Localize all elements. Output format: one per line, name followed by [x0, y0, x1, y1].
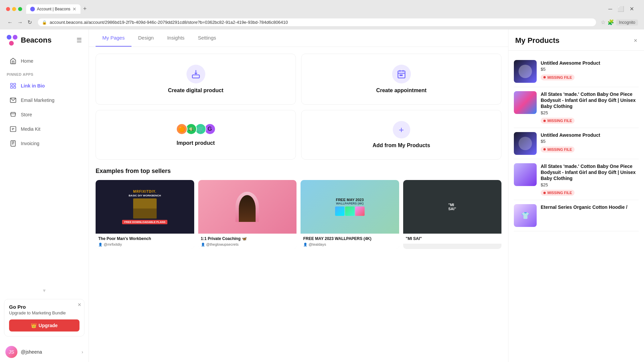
window-close-button[interactable]: [6, 7, 10, 11]
product-name-2: All States 'made.' Cotton Baby One Piece…: [541, 91, 639, 110]
sidebar-item-home[interactable]: Home: [3, 54, 86, 68]
example-card-2[interactable]: 1:1 Private Coaching 🦋 👤 @theglowupsecre…: [198, 180, 297, 249]
missing-badge-3: MISSING FILE: [541, 146, 575, 153]
user-profile[interactable]: JS @jsheena ›: [0, 342, 89, 362]
sidebar-item-label-store: Store: [21, 112, 32, 117]
product-item-3[interactable]: Untitled Awesome Product $5 MISSING FILE: [514, 128, 639, 159]
refresh-button[interactable]: ↻: [26, 18, 33, 26]
example-card-3[interactable]: FREE MAY 2023 WALLPAPERS (4K) FREE MAY 2…: [301, 180, 399, 249]
app-container: Beacons ☰ Home PINNED APPS Link in: [0, 29, 644, 362]
add-from-my-products-card[interactable]: + Add from My Products: [301, 110, 501, 160]
product-thumbnail-2: [514, 91, 537, 114]
examples-section-title: Examples from top sellers: [96, 168, 501, 175]
hamburger-menu-icon[interactable]: ☰: [76, 37, 82, 44]
sidebar-item-media-kit[interactable]: Media Kit: [3, 122, 86, 136]
lock-icon: 🔒: [42, 20, 47, 25]
product-item-4[interactable]: All States 'made.' Cotton Baby One Piece…: [514, 159, 639, 200]
sidebar-item-store[interactable]: Store: [3, 108, 86, 122]
action-cards-grid: Create digital product Create appointmen…: [96, 54, 501, 160]
sidebar-bottom: ✕ Go Pro Upgrade to Marketing Bundle 👑 U…: [0, 295, 89, 342]
product-info-3: Untitled Awesome Product $5 MISSING FILE: [541, 132, 639, 155]
product-item-5[interactable]: 👕 Eternal Series Organic Cotton Hoodie /: [514, 200, 639, 231]
upgrade-button[interactable]: 👑 Upgrade: [9, 319, 79, 331]
example-image-4: "MI SAI": [403, 180, 502, 234]
example-image-3: FREE MAY 2023 WALLPAPERS (4K): [301, 180, 399, 234]
sidebar-header: Beacons ☰: [0, 29, 89, 51]
import-icon-1: 🟠: [176, 123, 187, 135]
product-thumbnail-4: [514, 163, 537, 186]
create-digital-product-label: Create digital product: [168, 87, 223, 94]
tab-insights[interactable]: Insights: [160, 29, 191, 47]
missing-dot-4: [543, 192, 546, 194]
tab-design[interactable]: Design: [131, 29, 161, 47]
browser-tab[interactable]: Account | Beacons ✕: [26, 4, 80, 14]
my-products-panel: My Products × Untitled Awesome Product $…: [508, 29, 644, 362]
sidebar-item-invoicing[interactable]: Invoicing: [3, 136, 86, 150]
restore-window-button[interactable]: ⬜: [616, 5, 626, 13]
sidebar-item-link-in-bio[interactable]: Link in Bio: [3, 79, 86, 93]
sidebar-item-label-home: Home: [21, 58, 33, 64]
import-product-card[interactable]: 🟠 💵 🛒 G Import product: [96, 110, 296, 160]
missing-label-1: MISSING FILE: [547, 75, 572, 79]
example-user-1: 👤 @mrfixitdiy: [98, 242, 192, 246]
new-tab-button[interactable]: +: [82, 4, 88, 14]
tab-my-pages[interactable]: My Pages: [96, 29, 131, 47]
add-from-my-products-icon: +: [393, 121, 410, 138]
svg-rect-2: [11, 86, 13, 88]
panel-title: My Products: [515, 36, 559, 45]
svg-rect-0: [11, 83, 13, 85]
product-info-4: All States 'made.' Cotton Baby One Piece…: [541, 163, 639, 196]
tab-close-button[interactable]: ✕: [72, 6, 76, 12]
product-price-1: $5: [541, 67, 639, 72]
go-pro-subtitle: Upgrade to Marketing Bundle: [9, 310, 79, 315]
email-icon: [9, 97, 17, 104]
main-content: My Pages Design Insights Settings Create…: [89, 29, 508, 362]
panel-close-button[interactable]: ×: [634, 37, 637, 44]
missing-label-3: MISSING FILE: [547, 147, 572, 152]
logo-icon: [7, 35, 17, 46]
tab-title: Account | Beacons: [37, 7, 70, 11]
minimize-window-button[interactable]: ─: [607, 5, 613, 13]
incognito-label: Incognito: [616, 19, 638, 25]
svg-rect-6: [11, 141, 15, 146]
window-maximize-button[interactable]: [18, 7, 22, 11]
close-window-button[interactable]: ✕: [628, 5, 635, 13]
product-item-1[interactable]: Untitled Awesome Product $5 MISSING FILE: [514, 56, 639, 87]
sidebar-item-email-marketing[interactable]: Email Marketing: [3, 93, 86, 107]
back-button[interactable]: ←: [6, 19, 14, 26]
sidebar-item-label-media-kit: Media Kit: [21, 126, 40, 132]
user-avatar-icon-1: 👤: [98, 243, 102, 246]
extensions-icon[interactable]: 🧩: [607, 19, 614, 25]
home-icon: [9, 57, 17, 65]
window-controls: [6, 7, 22, 11]
logo-circle-1: [7, 35, 11, 40]
tab-settings[interactable]: Settings: [191, 29, 223, 47]
logo: Beacons: [7, 35, 52, 46]
product-name-1: Untitled Awesome Product: [541, 60, 639, 66]
example-title-1: The Poor Man's Workbench: [98, 236, 192, 241]
scroll-down-indicator: ▾: [0, 286, 89, 295]
forward-button[interactable]: →: [16, 19, 24, 26]
window-minimize-button[interactable]: [12, 7, 16, 11]
media-kit-icon: [9, 125, 17, 133]
sidebar-item-label-email: Email Marketing: [21, 98, 54, 103]
svg-rect-1: [14, 83, 16, 85]
example-card-1[interactable]: MRFIXITDIY. BASIC DIY WORKBENCH FREE DOW…: [96, 180, 194, 249]
sidebar-item-label-invoicing: Invoicing: [21, 141, 39, 146]
create-digital-product-card[interactable]: Create digital product: [96, 54, 296, 105]
missing-dot-3: [543, 148, 546, 150]
pinned-apps-label: PINNED APPS: [0, 68, 89, 78]
close-promo-button[interactable]: ✕: [77, 302, 82, 307]
import-product-label: Import product: [177, 140, 215, 146]
product-item-2[interactable]: All States 'made.' Cotton Baby One Piece…: [514, 87, 639, 128]
example-card-4[interactable]: "MI SAI" "MI SAI": [403, 180, 502, 249]
bookmark-icon[interactable]: ☆: [601, 19, 605, 25]
create-appointment-card[interactable]: Create appointment: [301, 54, 501, 105]
go-pro-card: ✕ Go Pro Upgrade to Marketing Bundle 👑 U…: [4, 299, 85, 337]
content-area: Create digital product Create appointmen…: [89, 47, 508, 256]
example-title-2: 1:1 Private Coaching 🦋: [201, 236, 294, 241]
product-name-4: All States 'made.' Cotton Baby One Piece…: [541, 163, 639, 182]
example-title-4: "MI SAI": [406, 236, 499, 241]
address-input[interactable]: [50, 20, 592, 25]
product-price-3: $5: [541, 139, 639, 144]
